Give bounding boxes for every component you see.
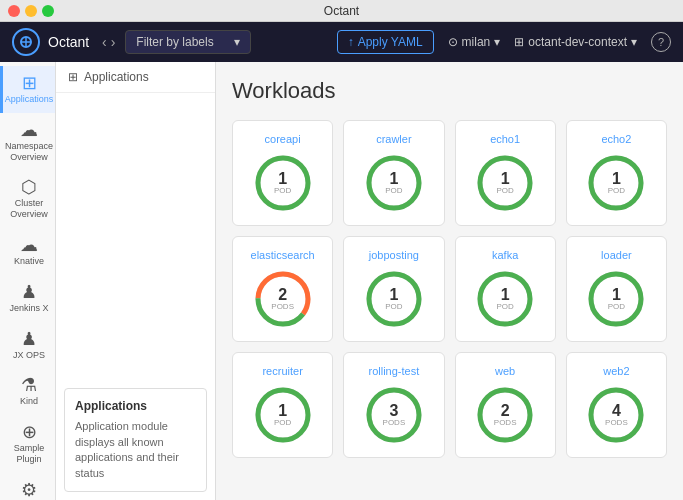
workload-unit: POD	[496, 187, 513, 195]
workload-ring: 1 POD	[475, 269, 535, 329]
workload-card-recruiter[interactable]: recruiter 1 POD	[232, 352, 333, 458]
sidebar-item-plugins[interactable]: ⚙ Plugins	[0, 473, 55, 500]
sidebar-item-jx-ops[interactable]: ♟ JX OPS	[0, 322, 55, 369]
knative-icon: ☁	[20, 236, 38, 254]
top-nav: Octant ‹ › Filter by labels ▾ ↑ Apply YA…	[0, 22, 683, 62]
filter-dropdown[interactable]: Filter by labels ▾	[125, 30, 250, 54]
namespace-icon: ☁	[20, 121, 38, 139]
window-title: Octant	[324, 4, 359, 18]
sidebar-item-applications[interactable]: ⊞ Applications	[0, 66, 55, 113]
workload-name: loader	[601, 249, 632, 261]
workload-unit: PODS	[271, 303, 294, 311]
sidebar-label-jx-ops: JX OPS	[13, 350, 45, 361]
workload-count: 1	[496, 287, 513, 303]
sidebar-item-kind[interactable]: ⚗ Kind	[0, 368, 55, 415]
workload-card-rolling-test[interactable]: rolling-test 3 PODS	[343, 352, 444, 458]
context-menu[interactable]: ⊞ octant-dev-context ▾	[514, 35, 637, 49]
nav-forward[interactable]: ›	[111, 34, 116, 50]
context-icon: ⊞	[514, 35, 524, 49]
workload-unit: PODS	[383, 419, 406, 427]
sidebar-label-namespace: Namespace Overview	[5, 141, 53, 163]
main-content: Workloads coreapi 1 POD crawler	[216, 62, 683, 500]
workload-count: 2	[494, 403, 517, 419]
workload-unit: PODS	[605, 419, 628, 427]
left-panel-tooltip: Applications Application module displays…	[64, 388, 207, 492]
cluster-icon: ⬡	[21, 178, 37, 196]
nav-back[interactable]: ‹	[102, 34, 107, 50]
workload-ring: 1 POD	[364, 153, 424, 213]
left-panel-header: ⊞ Applications	[56, 62, 215, 93]
sidebar-item-cluster[interactable]: ⬡ Cluster Overview	[0, 170, 55, 228]
maximize-button[interactable]	[42, 5, 54, 17]
workload-card-elasticsearch[interactable]: elasticsearch 2 PODS	[232, 236, 333, 342]
nav-arrows: ‹ ›	[102, 34, 115, 50]
workload-count: 1	[608, 171, 625, 187]
sidebar-item-knative[interactable]: ☁ Knative	[0, 228, 55, 275]
workload-ring: 3 PODS	[364, 385, 424, 445]
tooltip-description: Application module displays all known ap…	[75, 419, 196, 481]
help-button[interactable]: ?	[651, 32, 671, 52]
workload-unit: POD	[608, 303, 625, 311]
applications-icon: ⊞	[22, 74, 37, 92]
upload-icon: ↑	[348, 35, 354, 49]
apply-yaml-label: Apply YAML	[358, 35, 423, 49]
main-layout: ⊞ Applications ☁ Namespace Overview ⬡ Cl…	[0, 62, 683, 500]
sidebar-item-jenkins-x[interactable]: ♟ Jenkins X	[0, 275, 55, 322]
left-panel-content	[56, 93, 215, 380]
workload-card-jobposting[interactable]: jobposting 1 POD	[343, 236, 444, 342]
workload-ring: 1 POD	[475, 153, 535, 213]
sidebar-label-kind: Kind	[20, 396, 38, 407]
minimize-button[interactable]	[25, 5, 37, 17]
workload-name: jobposting	[369, 249, 419, 261]
panel-grid-icon: ⊞	[68, 70, 78, 84]
close-button[interactable]	[8, 5, 20, 17]
workload-name: recruiter	[262, 365, 302, 377]
jenkins-x-icon: ♟	[21, 283, 37, 301]
sidebar-label-knative: Knative	[14, 256, 44, 267]
jx-ops-icon: ♟	[21, 330, 37, 348]
kind-icon: ⚗	[21, 376, 37, 394]
apply-yaml-button[interactable]: ↑ Apply YAML	[337, 30, 434, 54]
logo-icon	[12, 28, 40, 56]
workload-card-coreapi[interactable]: coreapi 1 POD	[232, 120, 333, 226]
workload-card-loader[interactable]: loader 1 POD	[566, 236, 667, 342]
help-icon: ?	[658, 36, 664, 48]
workload-count: 4	[605, 403, 628, 419]
panel-title: Applications	[84, 70, 149, 84]
nav-actions: ↑ Apply YAML ⊙ milan ▾ ⊞ octant-dev-cont…	[337, 30, 671, 54]
workload-name: web	[495, 365, 515, 377]
sample-plugin-icon: ⊕	[22, 423, 37, 441]
workload-name: coreapi	[265, 133, 301, 145]
workload-card-echo2[interactable]: echo2 1 POD	[566, 120, 667, 226]
tooltip-title: Applications	[75, 399, 196, 413]
workload-card-web[interactable]: web 2 PODS	[455, 352, 556, 458]
workload-ring: 2 PODS	[475, 385, 535, 445]
left-panel: ⊞ Applications Applications Application …	[56, 62, 216, 500]
workload-card-crawler[interactable]: crawler 1 POD	[343, 120, 444, 226]
sidebar-item-namespace[interactable]: ☁ Namespace Overview	[0, 113, 55, 171]
workload-count: 1	[274, 171, 291, 187]
workload-card-echo1[interactable]: echo1 1 POD	[455, 120, 556, 226]
workload-count: 1	[274, 403, 291, 419]
workload-ring: 1 POD	[586, 153, 646, 213]
workload-name: crawler	[376, 133, 411, 145]
workload-name: elasticsearch	[251, 249, 315, 261]
workload-ring: 1 POD	[253, 385, 313, 445]
sidebar-label-jenkins-x: Jenkins X	[9, 303, 48, 314]
sidebar-item-sample-plugin[interactable]: ⊕ Sample Plugin	[0, 415, 55, 473]
content-area: ⊞ Applications Applications Application …	[56, 62, 683, 500]
page-title: Workloads	[232, 78, 667, 104]
workload-count: 1	[385, 171, 402, 187]
sidebar-label-sample-plugin: Sample Plugin	[7, 443, 51, 465]
title-bar: Octant	[0, 0, 683, 22]
workload-card-kafka[interactable]: kafka 1 POD	[455, 236, 556, 342]
context-label: octant-dev-context	[528, 35, 627, 49]
filter-chevron: ▾	[234, 35, 240, 49]
logo-area: Octant	[12, 28, 92, 56]
workload-unit: POD	[608, 187, 625, 195]
workload-unit: POD	[385, 303, 402, 311]
workload-card-web2[interactable]: web2 4 PODS	[566, 352, 667, 458]
workload-name: kafka	[492, 249, 518, 261]
traffic-lights	[8, 5, 54, 17]
user-menu[interactable]: ⊙ milan ▾	[448, 35, 501, 49]
